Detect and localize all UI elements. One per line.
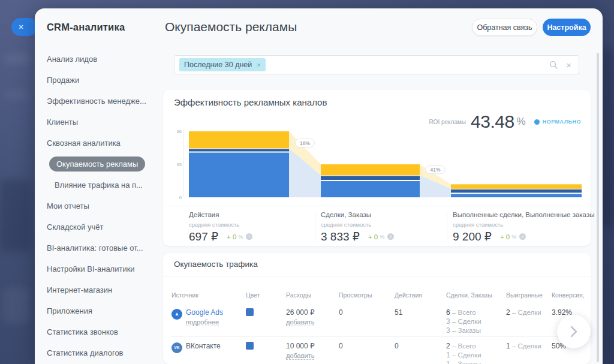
filter-chip[interactable]: Последние 30 дней ×: [179, 58, 266, 71]
svg-text:0: 0: [179, 195, 182, 200]
actions-value: 0: [395, 342, 446, 350]
stage-name: Действия: [189, 211, 312, 218]
table-header-row: Источник Цвет Расходы Просмотры Действия…: [163, 291, 591, 299]
stage-deals-orders: Сделки, Заказы средняя стоимость 3 833 ₽…: [321, 211, 444, 243]
roi-label: ROI рекламы: [429, 119, 466, 125]
stage-delta: + 0: [500, 233, 510, 240]
col-expenses: Расходы: [286, 291, 339, 299]
filter-chip-label: Последние 30 дней: [184, 61, 252, 69]
feedback-button[interactable]: Обратная связь: [472, 19, 537, 36]
add-expenses-link[interactable]: добавить: [286, 352, 314, 360]
sidebar-item-sales[interactable]: Продажи: [47, 70, 164, 91]
roi-status: НОРМАЛЬНО: [543, 119, 581, 125]
color-swatch: [246, 342, 254, 350]
svg-text:41%: 41%: [430, 167, 440, 173]
source-link[interactable]: Google Ads: [186, 308, 223, 317]
svg-text:18%: 18%: [300, 140, 310, 146]
col-actions: Действия: [395, 291, 446, 299]
roi-status-dot-icon: [534, 119, 540, 125]
deals-cell: 6 – Всего 3 – Сделки 3 – Заказы: [446, 308, 506, 335]
sidebar-item-bi-ready-reports[interactable]: BI-аналитика: готовые от...: [47, 237, 164, 258]
sidebar-item-traffic-impact[interactable]: Влияние трафика на п...: [47, 175, 164, 195]
stage-delta-unit: %: [238, 234, 243, 240]
sidebar-item-manager-efficiency[interactable]: Эффективность менедже...: [47, 91, 164, 112]
sidebar-item-inventory[interactable]: Складской учёт: [47, 216, 164, 237]
info-icon[interactable]: i: [519, 233, 526, 240]
color-swatch: [246, 308, 254, 316]
background-blur-shape: [4, 54, 30, 64]
table-row-vkontakte: VK ВКонтакте 10 000 ₽ добавить 0 0 2 – В…: [163, 342, 591, 364]
views-value: 0: [339, 308, 395, 317]
col-views: Просмотры: [339, 291, 395, 299]
table-row-google-ads: ▲ Google Ads подробнее 26 000 ₽ добавить…: [163, 308, 591, 335]
divider: [163, 276, 591, 276]
stage-delta: + 0: [227, 233, 236, 240]
close-panel-button[interactable]: ×: [11, 18, 38, 36]
sidebar-item-lead-analysis[interactable]: Анализ лидов: [47, 49, 164, 70]
sidebar-item-apps[interactable]: Приложения: [47, 300, 164, 321]
expenses-value: 10 000 ₽: [286, 342, 339, 350]
info-icon[interactable]: i: [387, 233, 394, 240]
page-title: Окупаемость рекламы: [165, 20, 297, 34]
col-deals: Сделки. Заказы: [446, 291, 506, 299]
sidebar-nav: Анализ лидов Продажи Эффективность менед…: [47, 49, 164, 363]
col-conversion: Конверсия,: [552, 291, 591, 299]
next-columns-button[interactable]: [557, 315, 591, 348]
info-icon[interactable]: i: [246, 233, 252, 240]
sidebar-item-dialog-stats[interactable]: Статистика диалогов: [47, 342, 164, 363]
funnel-stage-summary: Действия средняя стоимость 697 ₽ + 0 % i…: [163, 206, 591, 246]
expenses-value: 26 000 ₽: [286, 308, 339, 317]
col-color: Цвет: [246, 291, 286, 299]
sidebar-item-online-store[interactable]: Интернет-магазин: [47, 279, 164, 300]
vkontakte-icon: VK: [171, 342, 182, 353]
stage-avg-label: средняя стоимость: [453, 221, 588, 228]
background-blur-shape: [0, 180, 31, 252]
svg-text:66: 66: [177, 129, 182, 134]
roi-unit: %: [517, 116, 526, 128]
col-won: Выигранные: [506, 291, 552, 299]
panel-scrollbar[interactable]: [597, 53, 599, 362]
svg-text:33: 33: [177, 162, 182, 167]
sidebar-title: CRM-аналитика: [47, 22, 164, 33]
stage-name: Сделки, Заказы: [321, 211, 444, 218]
deals-cell: 2 – Всего 1 – Сделки 1 – Заказы: [446, 342, 506, 364]
row-divider: [171, 336, 591, 337]
stage-avg-label: средняя стоимость: [189, 221, 312, 228]
settings-button[interactable]: Настройка: [543, 19, 591, 36]
traffic-roi-card: Окупаемость трафика Источник Цвет Расход…: [163, 253, 591, 364]
stage-divider: [447, 211, 447, 241]
funnel-chart: 6633018%41%: [177, 127, 585, 204]
stage-completed-deals: Выполненные сделки, Выполненные заказы с…: [453, 211, 588, 243]
source-label: ВКонтакте: [186, 342, 221, 350]
sidebar-item-call-stats[interactable]: Статистика звонков: [47, 321, 164, 342]
col-source: Источник: [171, 291, 246, 299]
sidebar-item-end-to-end-analytics[interactable]: Сквозная аналитика: [47, 133, 164, 154]
google-ads-icon: ▲: [171, 309, 182, 320]
ad-channels-card: Эффективность рекламных каналов ROI рекл…: [163, 90, 591, 246]
sidebar: CRM-аналитика Анализ лидов Продажи Эффек…: [47, 22, 164, 363]
add-expenses-link[interactable]: добавить: [286, 318, 314, 326]
stage-delta-unit: %: [511, 234, 516, 240]
chart-title: Эффективность рекламных каналов: [174, 97, 327, 107]
won-cell: 1 – Сделки: [506, 342, 552, 350]
stage-avg-value: 3 833 ₽: [321, 230, 360, 243]
chip-remove-icon[interactable]: ×: [257, 61, 260, 68]
sidebar-item-ad-roi-active[interactable]: Окупаемость рекламы: [47, 154, 164, 175]
won-cell: 2 – Сделки: [506, 308, 552, 317]
chevron-right-icon: [570, 326, 577, 338]
stage-avg-value: 9 200 ₽: [453, 230, 492, 243]
close-icon: ×: [19, 22, 23, 32]
sidebar-item-my-reports[interactable]: Мои отчеты: [47, 195, 164, 216]
stage-avg-label: средняя стоимость: [321, 221, 444, 228]
clear-filter-icon[interactable]: ×: [566, 60, 571, 70]
sidebar-item-clients[interactable]: Клиенты: [47, 112, 164, 133]
background-blur-shape: [2, 288, 30, 324]
stage-actions: Действия средняя стоимость 697 ₽ + 0 % i: [189, 211, 312, 243]
search-icon[interactable]: [549, 61, 558, 69]
stage-delta: + 0: [368, 233, 378, 240]
filter-search-bar[interactable]: Последние 30 дней × ×: [174, 55, 579, 74]
views-value: 0: [339, 342, 395, 350]
sidebar-item-bi-settings[interactable]: Настройки BI-аналитики: [47, 258, 164, 279]
details-link[interactable]: подробнее: [186, 318, 219, 326]
stage-delta-unit: %: [380, 234, 384, 240]
